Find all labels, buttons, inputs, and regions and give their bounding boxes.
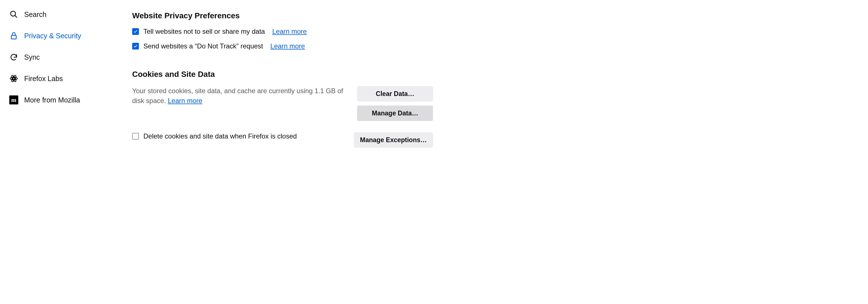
sidebar-item-label: Firefox Labs: [24, 75, 63, 83]
sidebar-item-privacy-security[interactable]: Privacy & Security: [6, 27, 118, 45]
cookies-usage-text: Your stored cookies, site data, and cach…: [132, 87, 343, 105]
sidebar-item-label: Privacy & Security: [24, 32, 81, 40]
option-label: Delete cookies and site data when Firefo…: [144, 132, 297, 140]
cookies-desc-row: Your stored cookies, site data, and cach…: [132, 86, 433, 121]
sidebar-item-sync[interactable]: Sync: [6, 48, 118, 66]
manage-exceptions-button[interactable]: Manage Exceptions…: [354, 132, 433, 148]
svg-rect-2: [11, 35, 16, 39]
learn-more-link[interactable]: Learn more: [168, 97, 203, 105]
section-title: Website Privacy Preferences: [132, 11, 433, 20]
learn-more-link[interactable]: Learn more: [271, 42, 305, 50]
cookies-and-site-data-section: Cookies and Site Data Your stored cookie…: [132, 70, 433, 148]
sidebar-item-firefox-labs[interactable]: Firefox Labs: [6, 70, 118, 87]
manage-data-button[interactable]: Manage Data…: [357, 106, 433, 121]
labs-icon: [9, 74, 19, 83]
svg-point-0: [11, 11, 16, 16]
sidebar-item-label: More from Mozilla: [24, 96, 80, 104]
option-do-not-sell: Tell websites not to sell or share my da…: [132, 28, 433, 35]
checkbox-do-not-sell[interactable]: [132, 28, 139, 35]
cookies-lower-row: Delete cookies and site data when Firefo…: [132, 132, 433, 148]
svg-line-1: [15, 16, 17, 18]
option-label: Send websites a “Do Not Track” request: [144, 42, 263, 50]
checkbox-delete-on-close[interactable]: [132, 133, 139, 140]
checkbox-do-not-track[interactable]: [132, 43, 139, 50]
option-label: Tell websites not to sell or share my da…: [144, 28, 265, 35]
cookies-buttons: Clear Data… Manage Data…: [357, 86, 433, 121]
option-delete-on-close: Delete cookies and site data when Firefo…: [132, 132, 345, 140]
main-content: Website Privacy Preferences Tell website…: [124, 0, 444, 304]
check-icon: [133, 44, 138, 48]
lock-icon: [9, 31, 19, 40]
sidebar-item-label: Sync: [24, 53, 40, 61]
sidebar-item-more-from-mozilla[interactable]: m More from Mozilla: [6, 91, 118, 109]
svg-point-3: [13, 78, 14, 79]
mozilla-icon: m: [9, 95, 19, 105]
option-do-not-track: Send websites a “Do Not Track” request L…: [132, 42, 433, 50]
cookies-usage-description: Your stored cookies, site data, and cach…: [132, 86, 349, 106]
check-icon: [133, 29, 138, 34]
search-icon: [9, 9, 19, 19]
cookies-buttons-2: Manage Exceptions…: [354, 132, 433, 148]
learn-more-link[interactable]: Learn more: [272, 28, 307, 35]
clear-data-button[interactable]: Clear Data…: [357, 86, 433, 102]
sync-icon: [9, 52, 19, 62]
sidebar: Search Privacy & Security Sync Firefox L…: [0, 0, 124, 304]
section-title: Cookies and Site Data: [132, 70, 433, 79]
sidebar-item-label: Search: [24, 10, 46, 19]
website-privacy-preferences-section: Website Privacy Preferences Tell website…: [132, 11, 433, 50]
sidebar-item-search[interactable]: Search: [6, 6, 118, 23]
